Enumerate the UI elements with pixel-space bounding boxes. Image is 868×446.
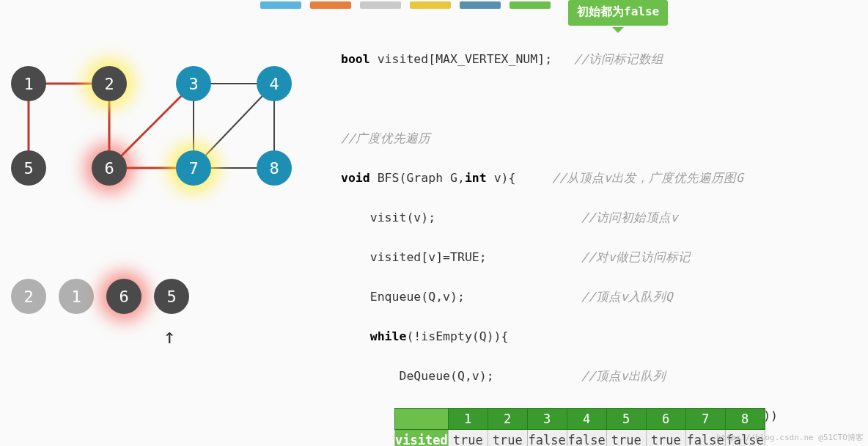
visited-col-header: 4 bbox=[567, 409, 606, 430]
visited-col-header: 3 bbox=[527, 409, 567, 430]
watermark: https://blog.csdn.ne @51CTO博客 bbox=[716, 432, 864, 443]
queue-node: 2 bbox=[11, 279, 46, 314]
visited-cell: true bbox=[646, 430, 685, 447]
visited-cell: true bbox=[606, 430, 646, 447]
visited-cell: false bbox=[527, 430, 567, 447]
color-tab bbox=[260, 1, 301, 9]
visited-col-header: 6 bbox=[646, 409, 685, 430]
color-tab bbox=[460, 1, 501, 9]
color-tab bbox=[410, 1, 451, 9]
graph-diagram: 12345678 bbox=[0, 51, 323, 213]
visited-label: visited bbox=[395, 430, 449, 447]
graph-node-3: 3 bbox=[176, 66, 211, 101]
queue-node: 6 bbox=[106, 279, 141, 314]
graph-node-5: 5 bbox=[11, 150, 46, 186]
graph-node-7: 7 bbox=[176, 150, 211, 186]
visited-col-header: 7 bbox=[685, 409, 725, 430]
queue-node: 5 bbox=[154, 279, 189, 314]
graph-node-8: 8 bbox=[257, 150, 292, 186]
visited-col-header: 5 bbox=[606, 409, 646, 430]
graph-node-1: 1 bbox=[11, 66, 46, 101]
visited-cell: false bbox=[567, 430, 606, 447]
graph-node-6: 6 bbox=[92, 150, 127, 186]
color-tab bbox=[360, 1, 401, 9]
arrow-up-icon: ↑ bbox=[163, 324, 176, 348]
graph-node-4: 4 bbox=[257, 66, 292, 101]
visited-cell: true bbox=[488, 430, 527, 447]
visited-col-header: 8 bbox=[725, 409, 765, 430]
visited-col-header: 2 bbox=[488, 409, 527, 430]
color-tab bbox=[510, 1, 551, 9]
color-tabs bbox=[260, 1, 551, 9]
visited-col-header: 1 bbox=[448, 409, 488, 430]
tooltip-balloon: 初始都为false bbox=[568, 0, 668, 26]
graph-node-2: 2 bbox=[92, 66, 127, 101]
color-tab bbox=[310, 1, 351, 9]
code-snippet: bool visited[MAX_VERTEX_NUM]; //访问标记数组 /… bbox=[341, 29, 778, 446]
visited-table: 12345678 visitedtruetruefalsefalsetruetr… bbox=[394, 408, 765, 446]
queue-node: 1 bbox=[59, 279, 94, 314]
visited-cell: true bbox=[448, 430, 488, 447]
